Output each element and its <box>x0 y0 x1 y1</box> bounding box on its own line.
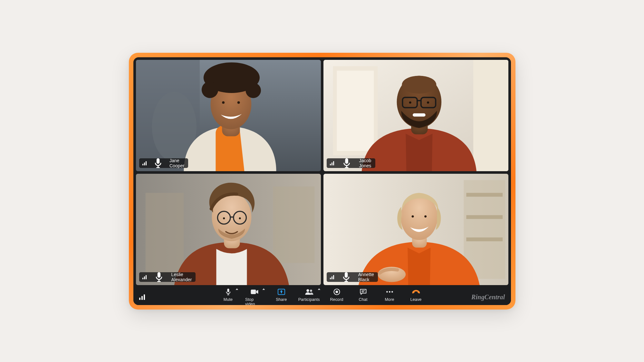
svg-point-63 <box>335 291 338 293</box>
svg-rect-54 <box>344 281 348 282</box>
svg-rect-44 <box>466 193 503 197</box>
button-label: Mute <box>224 297 233 302</box>
participant-badge: Leslie Alexander <box>139 272 196 282</box>
svg-rect-53 <box>346 280 347 282</box>
participant-badge: Jacob Jones <box>327 158 375 168</box>
svg-point-7 <box>245 83 261 98</box>
mute-button[interactable]: Mute <box>219 288 237 305</box>
signal-icon <box>142 161 147 165</box>
button-label: Chat <box>359 297 368 302</box>
svg-rect-31 <box>273 186 314 263</box>
video-tile[interactable]: Jacob Jones <box>323 60 508 171</box>
svg-rect-39 <box>157 272 160 278</box>
participants-icon <box>304 288 313 295</box>
signal-icon <box>330 275 334 279</box>
svg-rect-56 <box>228 294 228 295</box>
brand-logo: RingCentral <box>471 293 505 301</box>
svg-point-9 <box>237 101 240 104</box>
svg-point-60 <box>306 289 309 292</box>
participant-video-placeholder <box>136 60 321 171</box>
button-label: More <box>385 297 394 302</box>
svg-rect-58 <box>251 290 256 294</box>
button-label: Share <box>276 297 287 302</box>
device-frame: Jane Cooper <box>129 53 515 310</box>
svg-point-8 <box>222 101 225 104</box>
microphone-icon <box>226 288 231 295</box>
svg-rect-30 <box>145 193 184 275</box>
svg-rect-12 <box>156 167 160 168</box>
button-label: Leave <box>410 297 422 302</box>
button-label: Record <box>330 297 343 302</box>
toolbar-buttons: Mute Stop video <box>219 288 425 305</box>
more-icon <box>386 288 393 295</box>
svg-point-67 <box>389 291 390 293</box>
participant-badge: Annette Black <box>327 272 378 282</box>
button-label: Stop video <box>245 297 264 305</box>
svg-rect-27 <box>346 165 347 167</box>
participant-badge: Jane Cooper <box>139 158 188 168</box>
video-tile[interactable]: Leslie Alexander <box>136 174 321 285</box>
svg-rect-10 <box>157 158 159 164</box>
share-button[interactable]: Share <box>272 288 291 305</box>
meeting-toolbar: Mute Stop video <box>133 285 511 305</box>
svg-rect-15 <box>337 70 374 151</box>
chevron-up-icon <box>235 288 238 290</box>
svg-rect-57 <box>227 295 229 295</box>
microphone-icon <box>149 272 169 282</box>
svg-point-61 <box>310 290 312 292</box>
signal-icon <box>139 294 145 300</box>
signal-icon <box>142 275 147 279</box>
svg-point-37 <box>223 217 225 219</box>
video-grid: Jane Cooper <box>133 57 511 285</box>
leave-button[interactable]: Leave <box>407 288 425 305</box>
share-screen-icon <box>277 288 285 295</box>
connection-quality[interactable] <box>139 294 145 300</box>
svg-rect-52 <box>344 272 347 278</box>
stop-video-button[interactable]: Stop video <box>245 288 264 305</box>
chevron-up-icon <box>262 288 265 290</box>
svg-point-6 <box>201 81 218 98</box>
chat-button[interactable]: Chat <box>354 288 372 305</box>
svg-rect-28 <box>345 167 348 168</box>
svg-rect-45 <box>466 215 503 219</box>
video-camera-icon <box>251 288 259 295</box>
hangup-icon <box>411 288 420 295</box>
button-label: Participants <box>298 297 320 302</box>
svg-rect-26 <box>345 158 348 164</box>
meeting-screen: Jane Cooper <box>133 57 511 305</box>
microphone-icon <box>337 158 357 168</box>
more-button[interactable]: More <box>380 288 399 305</box>
svg-point-25 <box>427 101 429 104</box>
svg-point-24 <box>409 101 411 104</box>
participant-name: Jacob Jones <box>359 158 371 168</box>
participant-name: Jane Cooper <box>169 158 185 168</box>
participant-video-placeholder <box>323 174 508 285</box>
svg-point-19 <box>402 76 436 93</box>
record-button[interactable]: Record <box>327 288 346 305</box>
video-tile[interactable]: Annette Black <box>323 174 508 285</box>
svg-point-68 <box>391 291 393 293</box>
participant-name: Annette Black <box>358 272 374 282</box>
svg-rect-46 <box>466 237 503 241</box>
svg-rect-40 <box>159 280 159 282</box>
record-icon <box>333 288 340 295</box>
svg-rect-20 <box>413 113 426 116</box>
participant-video-placeholder <box>136 174 321 285</box>
microphone-icon <box>337 272 356 282</box>
participant-video-placeholder <box>323 60 508 171</box>
chat-icon <box>360 288 367 295</box>
participant-name: Leslie Alexander <box>171 272 192 282</box>
participants-button[interactable]: Participants <box>298 288 320 305</box>
microphone-icon <box>149 158 167 168</box>
svg-rect-16 <box>473 60 508 171</box>
svg-rect-55 <box>227 289 229 292</box>
svg-point-51 <box>424 215 427 218</box>
svg-rect-41 <box>157 281 160 282</box>
signal-icon <box>330 161 334 165</box>
svg-point-38 <box>239 217 241 219</box>
svg-point-66 <box>386 291 388 293</box>
chevron-up-icon <box>318 288 320 290</box>
video-tile[interactable]: Jane Cooper <box>136 60 321 171</box>
svg-point-50 <box>411 215 414 218</box>
svg-rect-11 <box>158 165 159 167</box>
